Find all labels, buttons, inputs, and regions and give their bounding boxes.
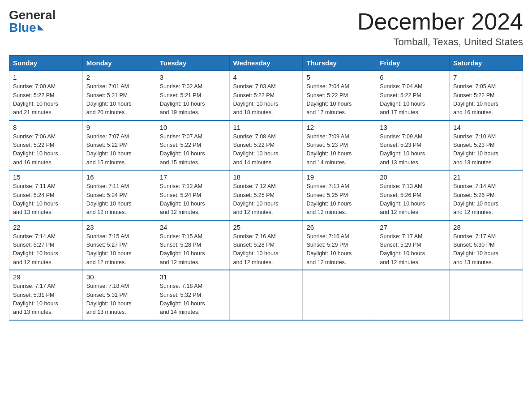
day-info: Sunrise: 7:16 AMSunset: 5:28 PMDaylight:…: [233, 232, 299, 267]
day-info: Sunrise: 7:12 AMSunset: 5:25 PMDaylight:…: [233, 182, 299, 217]
logo: General Blue: [9, 9, 56, 34]
day-number: 30: [86, 273, 152, 281]
day-number: 14: [453, 124, 519, 131]
day-info: Sunrise: 7:09 AMSunset: 5:23 PMDaylight:…: [306, 133, 372, 167]
calendar-header: Sunday Monday Tuesday Wednesday Thursday…: [9, 56, 523, 71]
day-info: Sunrise: 7:10 AMSunset: 5:23 PMDaylight:…: [453, 133, 519, 167]
col-friday: Friday: [376, 56, 450, 71]
day-number: 16: [86, 173, 152, 181]
table-row: 28Sunrise: 7:17 AMSunset: 5:30 PMDayligh…: [450, 220, 523, 270]
day-info: Sunrise: 7:07 AMSunset: 5:22 PMDaylight:…: [160, 133, 226, 167]
day-info: Sunrise: 7:18 AMSunset: 5:31 PMDaylight:…: [86, 282, 152, 317]
day-info: Sunrise: 7:17 AMSunset: 5:31 PMDaylight:…: [13, 282, 79, 317]
calendar-week-5: 29Sunrise: 7:17 AMSunset: 5:31 PMDayligh…: [9, 270, 523, 320]
table-row: 21Sunrise: 7:14 AMSunset: 5:26 PMDayligh…: [450, 170, 523, 220]
day-number: 26: [306, 223, 372, 231]
col-sunday: Sunday: [9, 56, 83, 71]
day-number: 3: [160, 73, 226, 81]
table-row: 14Sunrise: 7:10 AMSunset: 5:23 PMDayligh…: [450, 120, 523, 171]
col-saturday: Saturday: [450, 56, 523, 71]
table-row: 19Sunrise: 7:13 AMSunset: 5:25 PMDayligh…: [303, 170, 376, 220]
table-row: 3Sunrise: 7:02 AMSunset: 5:21 PMDaylight…: [156, 71, 229, 120]
table-row: 29Sunrise: 7:17 AMSunset: 5:31 PMDayligh…: [9, 270, 83, 320]
table-row: 26Sunrise: 7:16 AMSunset: 5:29 PMDayligh…: [303, 220, 376, 270]
day-number: 20: [380, 173, 446, 181]
day-number: 19: [306, 173, 372, 181]
table-row: 11Sunrise: 7:08 AMSunset: 5:22 PMDayligh…: [229, 120, 303, 171]
table-row: 2Sunrise: 7:01 AMSunset: 5:21 PMDaylight…: [82, 71, 156, 120]
table-row: [303, 270, 376, 320]
day-number: 18: [233, 173, 299, 181]
day-info: Sunrise: 7:07 AMSunset: 5:22 PMDaylight:…: [86, 133, 152, 167]
table-row: 5Sunrise: 7:04 AMSunset: 5:22 PMDaylight…: [303, 71, 376, 120]
day-number: 22: [13, 223, 79, 231]
table-row: 25Sunrise: 7:16 AMSunset: 5:28 PMDayligh…: [229, 220, 303, 270]
day-number: 9: [86, 124, 152, 131]
day-info: Sunrise: 7:15 AMSunset: 5:27 PMDaylight:…: [86, 232, 152, 267]
calendar-week-4: 22Sunrise: 7:14 AMSunset: 5:27 PMDayligh…: [9, 220, 523, 270]
day-number: 29: [13, 273, 79, 281]
table-row: 22Sunrise: 7:14 AMSunset: 5:27 PMDayligh…: [9, 220, 83, 270]
location-title: Tomball, Texas, United States: [357, 36, 523, 48]
day-info: Sunrise: 7:04 AMSunset: 5:22 PMDaylight:…: [306, 82, 372, 117]
table-row: 15Sunrise: 7:11 AMSunset: 5:24 PMDayligh…: [9, 170, 83, 220]
title-block: December 2024 Tomball, Texas, United Sta…: [357, 9, 523, 48]
day-number: 7: [453, 73, 519, 81]
day-info: Sunrise: 7:17 AMSunset: 5:29 PMDaylight:…: [380, 232, 446, 267]
day-info: Sunrise: 7:14 AMSunset: 5:27 PMDaylight:…: [13, 232, 79, 267]
day-info: Sunrise: 7:16 AMSunset: 5:29 PMDaylight:…: [306, 232, 372, 267]
day-info: Sunrise: 7:15 AMSunset: 5:28 PMDaylight:…: [160, 232, 226, 267]
day-number: 27: [380, 223, 446, 231]
day-info: Sunrise: 7:08 AMSunset: 5:22 PMDaylight:…: [233, 133, 299, 167]
day-info: Sunrise: 7:09 AMSunset: 5:23 PMDaylight:…: [380, 133, 446, 167]
table-row: 6Sunrise: 7:04 AMSunset: 5:22 PMDaylight…: [376, 71, 450, 120]
day-number: 13: [380, 124, 446, 131]
day-info: Sunrise: 7:02 AMSunset: 5:21 PMDaylight:…: [160, 82, 226, 117]
calendar-week-1: 1Sunrise: 7:00 AMSunset: 5:22 PMDaylight…: [9, 71, 523, 120]
table-row: 1Sunrise: 7:00 AMSunset: 5:22 PMDaylight…: [9, 71, 83, 120]
day-info: Sunrise: 7:12 AMSunset: 5:24 PMDaylight:…: [160, 182, 226, 217]
calendar-week-2: 8Sunrise: 7:06 AMSunset: 5:22 PMDaylight…: [9, 120, 523, 171]
calendar-table: Sunday Monday Tuesday Wednesday Thursday…: [9, 55, 523, 321]
day-number: 31: [160, 273, 226, 281]
page-header: General Blue December 2024 Tomball, Texa…: [9, 9, 523, 48]
day-number: 2: [86, 73, 152, 81]
day-info: Sunrise: 7:13 AMSunset: 5:25 PMDaylight:…: [306, 182, 372, 217]
day-info: Sunrise: 7:01 AMSunset: 5:21 PMDaylight:…: [86, 82, 152, 117]
day-number: 21: [453, 173, 519, 181]
day-info: Sunrise: 7:03 AMSunset: 5:22 PMDaylight:…: [233, 82, 299, 117]
day-number: 8: [13, 124, 79, 131]
day-info: Sunrise: 7:06 AMSunset: 5:22 PMDaylight:…: [13, 133, 79, 167]
day-info: Sunrise: 7:11 AMSunset: 5:24 PMDaylight:…: [86, 182, 152, 217]
table-row: [376, 270, 450, 320]
table-row: 18Sunrise: 7:12 AMSunset: 5:25 PMDayligh…: [229, 170, 303, 220]
table-row: 10Sunrise: 7:07 AMSunset: 5:22 PMDayligh…: [156, 120, 229, 171]
table-row: 17Sunrise: 7:12 AMSunset: 5:24 PMDayligh…: [156, 170, 229, 220]
month-title: December 2024: [357, 9, 523, 34]
col-thursday: Thursday: [303, 56, 376, 71]
day-info: Sunrise: 7:17 AMSunset: 5:30 PMDaylight:…: [453, 232, 519, 267]
calendar-body: 1Sunrise: 7:00 AMSunset: 5:22 PMDaylight…: [9, 71, 523, 320]
day-number: 17: [160, 173, 226, 181]
day-info: Sunrise: 7:14 AMSunset: 5:26 PMDaylight:…: [453, 182, 519, 217]
table-row: 4Sunrise: 7:03 AMSunset: 5:22 PMDaylight…: [229, 71, 303, 120]
day-info: Sunrise: 7:18 AMSunset: 5:32 PMDaylight:…: [160, 282, 226, 317]
day-number: 1: [13, 73, 79, 81]
table-row: 13Sunrise: 7:09 AMSunset: 5:23 PMDayligh…: [376, 120, 450, 171]
table-row: 31Sunrise: 7:18 AMSunset: 5:32 PMDayligh…: [156, 270, 229, 320]
day-number: 10: [160, 124, 226, 131]
table-row: [450, 270, 523, 320]
day-info: Sunrise: 7:05 AMSunset: 5:22 PMDaylight:…: [453, 82, 519, 117]
logo-blue-text: Blue: [9, 21, 44, 34]
day-info: Sunrise: 7:04 AMSunset: 5:22 PMDaylight:…: [380, 82, 446, 117]
day-number: 23: [86, 223, 152, 231]
table-row: 8Sunrise: 7:06 AMSunset: 5:22 PMDaylight…: [9, 120, 83, 171]
day-number: 15: [13, 173, 79, 181]
day-number: 5: [306, 73, 372, 81]
table-row: 7Sunrise: 7:05 AMSunset: 5:22 PMDaylight…: [450, 71, 523, 120]
day-number: 28: [453, 223, 519, 231]
logo-general-text: General: [9, 9, 56, 21]
table-row: 20Sunrise: 7:13 AMSunset: 5:26 PMDayligh…: [376, 170, 450, 220]
table-row: 16Sunrise: 7:11 AMSunset: 5:24 PMDayligh…: [82, 170, 156, 220]
table-row: 12Sunrise: 7:09 AMSunset: 5:23 PMDayligh…: [303, 120, 376, 171]
